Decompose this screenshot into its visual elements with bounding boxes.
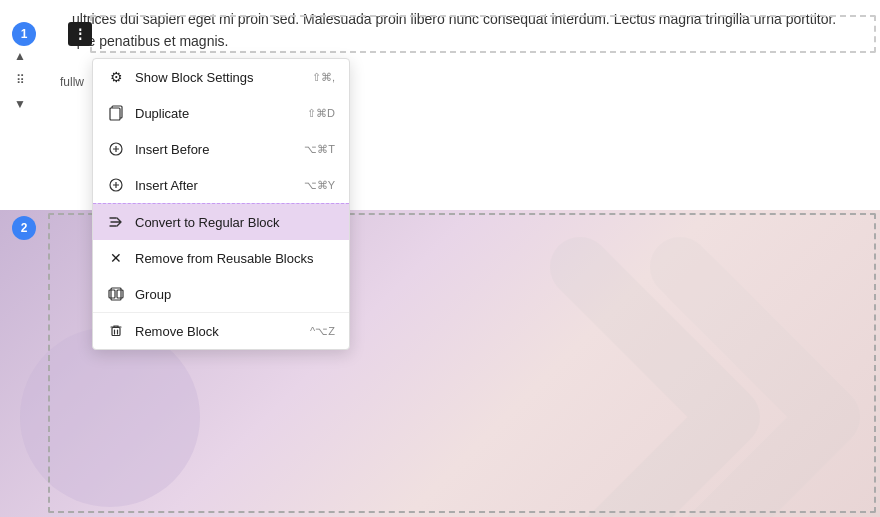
menu-item-convert-to-regular[interactable]: Convert to Regular Block	[93, 204, 349, 240]
menu-item-insert-before[interactable]: Insert Before ⌥⌘T	[93, 131, 349, 167]
shortcut-insert-before: ⌥⌘T	[304, 143, 335, 156]
block1-dashed-border	[90, 15, 876, 53]
insert-before-icon	[107, 140, 125, 158]
menu-item-remove-block[interactable]: Remove Block ^⌥Z	[93, 313, 349, 349]
threedot-button[interactable]: ⋮	[68, 22, 92, 46]
menu-label-convert-to-regular: Convert to Regular Block	[135, 215, 280, 230]
menu-label-show-block-settings: Show Block Settings	[135, 70, 254, 85]
threedot-container: ⋮	[68, 22, 92, 46]
remove-reusable-icon: ✕	[107, 249, 125, 267]
shortcut-show-block-settings: ⇧⌘,	[312, 71, 335, 84]
menu-label-group: Group	[135, 287, 171, 302]
nav-up-button[interactable]: ▲	[6, 45, 34, 67]
trash-icon	[107, 322, 125, 340]
menu-item-remove-from-reusable[interactable]: ✕ Remove from Reusable Blocks	[93, 240, 349, 276]
menu-label-insert-after: Insert After	[135, 178, 198, 193]
fullw-label: fullw	[60, 75, 84, 89]
nav-buttons: ▲ ⠿ ▼	[0, 45, 40, 115]
nav-drag-button[interactable]: ⠿	[6, 69, 34, 91]
editor-area: ultrices dui sapien eget mi proin sed. M…	[0, 0, 880, 517]
menu-label-remove-block: Remove Block	[135, 324, 219, 339]
block2-number: 2	[12, 216, 36, 240]
shortcut-insert-after: ⌥⌘Y	[304, 179, 335, 192]
menu-item-insert-after[interactable]: Insert After ⌥⌘Y	[93, 167, 349, 203]
duplicate-icon	[107, 104, 125, 122]
context-menu: ⚙ Show Block Settings ⇧⌘, Duplicate ⇧⌘D	[92, 58, 350, 350]
menu-item-duplicate[interactable]: Duplicate ⇧⌘D	[93, 95, 349, 131]
shortcut-remove-block: ^⌥Z	[310, 325, 335, 338]
menu-label-insert-before: Insert Before	[135, 142, 209, 157]
block1-number-container: 1	[12, 22, 36, 46]
drag-icon: ⠿	[16, 73, 25, 87]
menu-item-show-block-settings[interactable]: ⚙ Show Block Settings ⇧⌘,	[93, 59, 349, 95]
menu-item-group[interactable]: Group	[93, 276, 349, 312]
nav-down-button[interactable]: ▼	[6, 93, 34, 115]
up-icon: ▲	[14, 49, 26, 63]
block1-number: 1	[12, 22, 36, 46]
menu-label-duplicate: Duplicate	[135, 106, 189, 121]
shortcut-duplicate: ⇧⌘D	[307, 107, 335, 120]
settings-icon: ⚙	[107, 68, 125, 86]
svg-rect-11	[112, 328, 120, 336]
svg-rect-9	[117, 290, 123, 298]
threedot-icon: ⋮	[73, 26, 87, 42]
insert-after-icon	[107, 176, 125, 194]
convert-icon	[107, 213, 125, 231]
down-icon: ▼	[14, 97, 26, 111]
group-icon	[107, 285, 125, 303]
svg-rect-1	[110, 108, 120, 120]
menu-label-remove-from-reusable: Remove from Reusable Blocks	[135, 251, 313, 266]
svg-rect-8	[109, 290, 115, 298]
